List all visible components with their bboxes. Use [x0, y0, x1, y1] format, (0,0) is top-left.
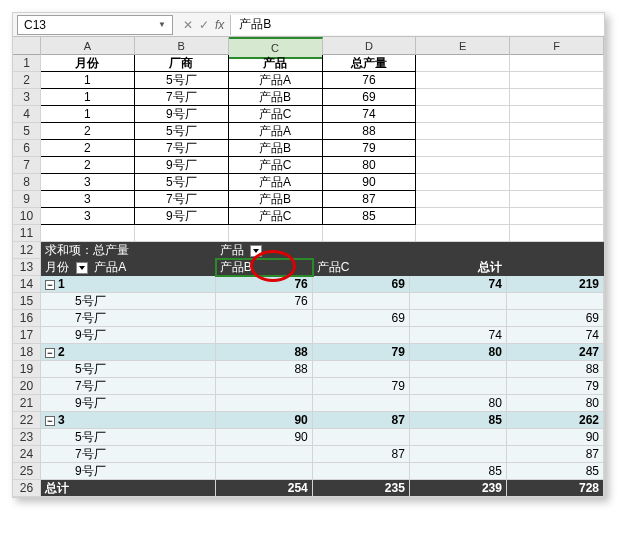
row-number[interactable]: 22 [13, 412, 41, 429]
pivot-grand-value[interactable]: 728 [507, 480, 604, 497]
row-number[interactable]: 7 [13, 157, 41, 174]
pivot-value[interactable] [410, 310, 507, 327]
pivot-value[interactable]: 85 [507, 463, 604, 480]
data-cell[interactable]: 3 [41, 174, 135, 191]
cell[interactable] [229, 225, 323, 242]
cell[interactable] [41, 225, 135, 242]
cell[interactable] [510, 72, 604, 89]
cell[interactable] [416, 55, 510, 72]
row-number[interactable]: 24 [13, 446, 41, 463]
pivot-subtotal[interactable]: 90 [216, 412, 313, 429]
cell[interactable] [510, 157, 604, 174]
table-header[interactable]: 产品 [229, 55, 323, 72]
pivot-value[interactable]: 74 [507, 327, 604, 344]
cell[interactable] [416, 89, 510, 106]
row-number[interactable]: 14 [13, 276, 41, 293]
pivot-detail-label[interactable]: 7号厂 [41, 446, 216, 463]
row-number[interactable]: 8 [13, 174, 41, 191]
row-number[interactable]: 4 [13, 106, 41, 123]
cell[interactable] [323, 225, 417, 242]
enter-icon[interactable]: ✓ [199, 18, 209, 32]
cell[interactable] [416, 191, 510, 208]
pivot-grand-value[interactable]: 235 [313, 480, 410, 497]
cell[interactable] [313, 242, 410, 259]
pivot-value[interactable]: 88 [507, 361, 604, 378]
pivot-detail-label[interactable]: 7号厂 [41, 310, 216, 327]
pivot-value[interactable] [410, 361, 507, 378]
pivot-col-field[interactable]: 产品 [216, 242, 313, 259]
collapse-icon[interactable]: − [45, 416, 55, 426]
pivot-value[interactable] [216, 327, 313, 344]
data-cell[interactable]: 产品A [229, 174, 323, 191]
data-cell[interactable]: 2 [41, 140, 135, 157]
pivot-value[interactable]: 80 [507, 395, 604, 412]
pivot-value[interactable] [507, 293, 604, 310]
data-cell[interactable]: 3 [41, 191, 135, 208]
name-box-dropdown-icon[interactable]: ▼ [158, 20, 166, 29]
data-cell[interactable]: 69 [323, 89, 417, 106]
pivot-subtotal[interactable]: 74 [410, 276, 507, 293]
pivot-value[interactable] [216, 395, 313, 412]
pivot-value[interactable]: 88 [216, 361, 313, 378]
pivot-values-label[interactable]: 求和项：总产量 [41, 242, 216, 259]
pivot-row-dropdown-icon[interactable] [76, 262, 88, 274]
data-cell[interactable]: 90 [323, 174, 417, 191]
pivot-subtotal[interactable]: 69 [313, 276, 410, 293]
data-cell[interactable]: 74 [323, 106, 417, 123]
pivot-detail-label[interactable]: 9号厂 [41, 395, 216, 412]
pivot-value[interactable]: 90 [507, 429, 604, 446]
pivot-subtotal[interactable]: 85 [410, 412, 507, 429]
cell[interactable] [510, 225, 604, 242]
cell[interactable] [416, 123, 510, 140]
pivot-value[interactable]: 87 [313, 446, 410, 463]
cell[interactable] [135, 225, 229, 242]
row-number[interactable]: 1 [13, 55, 41, 72]
pivot-value[interactable]: 85 [410, 463, 507, 480]
cell[interactable] [416, 140, 510, 157]
row-number[interactable]: 2 [13, 72, 41, 89]
data-cell[interactable]: 76 [323, 72, 417, 89]
row-number[interactable]: 19 [13, 361, 41, 378]
cell[interactable] [416, 225, 510, 242]
cancel-icon[interactable]: ✕ [183, 18, 193, 32]
row-number[interactable]: 20 [13, 378, 41, 395]
pivot-value[interactable]: 69 [507, 310, 604, 327]
formula-bar[interactable]: 产品B [230, 15, 604, 35]
cell[interactable] [416, 208, 510, 225]
data-cell[interactable]: 产品A [229, 123, 323, 140]
row-number[interactable]: 25 [13, 463, 41, 480]
pivot-value[interactable] [313, 463, 410, 480]
pivot-value[interactable]: 74 [410, 327, 507, 344]
pivot-value[interactable] [410, 429, 507, 446]
cell[interactable] [416, 174, 510, 191]
data-cell[interactable]: 1 [41, 106, 135, 123]
pivot-detail-label[interactable]: 5号厂 [41, 361, 216, 378]
pivot-grand-label[interactable]: 总计 [41, 480, 216, 497]
pivot-group-key[interactable]: −3 [41, 412, 216, 429]
pivot-value[interactable]: 76 [216, 293, 313, 310]
pivot-value[interactable] [216, 310, 313, 327]
data-cell[interactable]: 9号厂 [135, 208, 229, 225]
pivot-subtotal[interactable]: 247 [507, 344, 604, 361]
pivot-value[interactable] [313, 293, 410, 310]
pivot-group-key[interactable]: −2 [41, 344, 216, 361]
pivot-value[interactable] [216, 463, 313, 480]
pivot-value[interactable]: 79 [313, 378, 410, 395]
data-cell[interactable]: 2 [41, 157, 135, 174]
row-number[interactable]: 6 [13, 140, 41, 157]
row-number[interactable]: 16 [13, 310, 41, 327]
pivot-value[interactable] [216, 446, 313, 463]
data-cell[interactable]: 87 [323, 191, 417, 208]
cell[interactable] [416, 157, 510, 174]
pivot-value[interactable]: 69 [313, 310, 410, 327]
row-number[interactable]: 15 [13, 293, 41, 310]
pivot-subtotal[interactable]: 87 [313, 412, 410, 429]
pivot-detail-label[interactable]: 5号厂 [41, 293, 216, 310]
data-cell[interactable]: 1 [41, 89, 135, 106]
data-cell[interactable]: 85 [323, 208, 417, 225]
pivot-detail-label[interactable]: 5号厂 [41, 429, 216, 446]
data-cell[interactable]: 9号厂 [135, 157, 229, 174]
row-number[interactable]: 18 [13, 344, 41, 361]
row-number[interactable]: 5 [13, 123, 41, 140]
row-number[interactable]: 23 [13, 429, 41, 446]
